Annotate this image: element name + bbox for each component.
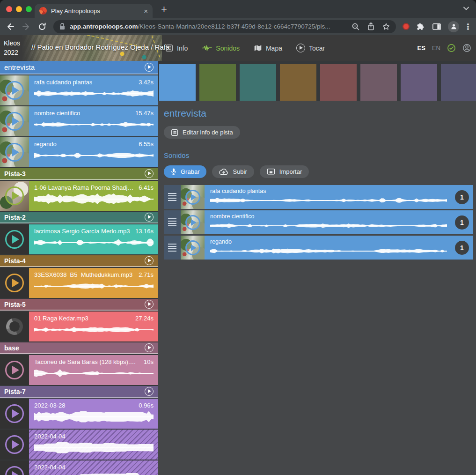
reload-button[interactable] <box>37 22 47 31</box>
track-square-5[interactable] <box>320 64 357 101</box>
track-header[interactable]: Pista-7 <box>0 386 158 398</box>
sound-item[interactable]: 2022-04-04 <box>0 460 158 475</box>
app-logo[interactable]: Kleos 2022 <box>4 38 20 58</box>
drag-handle[interactable] <box>164 185 181 209</box>
track-square-6[interactable] <box>360 64 397 101</box>
lang-en-button[interactable]: EN <box>432 45 440 52</box>
track-square-8[interactable] <box>441 64 476 101</box>
address-bar[interactable]: app.antropoloops.com/Kleos-Santa-Marina/… <box>53 20 396 33</box>
maximize-window-button[interactable] <box>26 6 32 12</box>
sound-item[interactable]: 1-06 Lavanya Rama Poorna Shadjam Rupak..… <box>0 181 158 211</box>
play-sound-icon[interactable] <box>5 274 24 292</box>
play-sound-icon[interactable] <box>185 240 200 255</box>
play-track-icon[interactable] <box>145 169 154 178</box>
play-sound-icon[interactable] <box>5 81 24 100</box>
track-header[interactable]: Pista-3 <box>0 168 158 180</box>
panel-sound-row[interactable]: regando 1 <box>164 236 473 260</box>
account-icon[interactable] <box>462 44 471 52</box>
forward-button[interactable] <box>22 22 31 31</box>
play-sound-icon[interactable] <box>5 112 24 131</box>
recording-extension-icon[interactable] <box>403 23 410 30</box>
play-track-icon[interactable] <box>145 300 154 309</box>
tab-close-icon[interactable]: × <box>144 7 148 15</box>
bookmark-star-icon[interactable] <box>382 22 390 31</box>
play-track-icon[interactable] <box>145 63 154 72</box>
sound-item[interactable]: Taconeo de Sara Baras (128 kbps).mp3 10s <box>0 355 158 385</box>
close-window-button[interactable] <box>6 6 12 12</box>
zoom-out-icon[interactable] <box>352 22 360 31</box>
sound-item[interactable]: rafa cuidando plantas 3.42s <box>0 75 158 105</box>
play-sound-icon[interactable] <box>185 215 200 230</box>
browser-menu-icon[interactable]: ••• <box>466 23 470 30</box>
track-header[interactable]: Pista-2 <box>0 212 158 223</box>
track-header[interactable]: Pista-4 <box>0 255 158 267</box>
play-sound-icon[interactable] <box>5 143 24 162</box>
sound-item[interactable]: 2022-03-28 0.96s <box>0 399 158 429</box>
browser-tab[interactable]: Play Antropoloops × <box>35 4 153 18</box>
play-track-icon[interactable] <box>145 343 154 352</box>
track-header[interactable]: entrevista <box>0 61 158 74</box>
edit-track-info-button[interactable]: Editar info de pista <box>164 126 240 139</box>
import-button[interactable]: Importar <box>260 165 309 178</box>
play-sound-icon[interactable] <box>185 190 200 205</box>
share-icon[interactable] <box>367 22 375 31</box>
sound-thumbnail[interactable] <box>181 210 205 234</box>
sound-thumbnail[interactable] <box>0 137 29 167</box>
play-sound-icon[interactable] <box>5 404 24 423</box>
sound-thumbnail[interactable] <box>0 355 29 385</box>
sound-item[interactable]: 2022-04-04 <box>0 430 158 460</box>
tab-mapa[interactable]: Mapa <box>254 45 282 52</box>
sound-thumbnail[interactable] <box>0 75 29 105</box>
sound-thumbnail[interactable] <box>0 460 29 475</box>
loop-count-badge[interactable]: 1 <box>455 215 469 230</box>
sound-item[interactable]: lacrimosa Sergio García Merlo.mp3 13.16s <box>0 224 158 254</box>
minimize-window-button[interactable] <box>16 6 22 12</box>
sound-thumbnail[interactable] <box>0 399 29 429</box>
lock-icon[interactable] <box>59 22 66 30</box>
drag-handle[interactable] <box>164 210 181 234</box>
play-sound-icon[interactable] <box>5 466 24 475</box>
sound-thumbnail[interactable] <box>0 312 29 341</box>
profile-avatar[interactable] <box>448 21 459 32</box>
side-panel-icon[interactable] <box>432 22 441 31</box>
sound-thumbnail[interactable] <box>0 268 29 298</box>
tab-tocar[interactable]: Tocar <box>296 44 325 52</box>
panel-sound-row[interactable]: nombre cientifico 1 <box>164 210 473 234</box>
play-sound-icon[interactable] <box>5 435 24 454</box>
sound-item[interactable]: nombre cientifico 15.47s <box>0 106 158 136</box>
track-square-1[interactable] <box>159 64 196 101</box>
upload-button[interactable]: Subir <box>212 165 254 178</box>
panel-sound-row[interactable]: rafa cuidando plantas 1 <box>164 185 473 209</box>
sound-thumbnail[interactable] <box>0 224 29 254</box>
sound-thumbnail[interactable] <box>0 430 29 460</box>
sync-check-icon[interactable] <box>447 44 456 52</box>
sound-thumbnail[interactable] <box>181 236 205 260</box>
loop-count-badge[interactable]: 1 <box>455 241 469 255</box>
sound-item[interactable]: regando 6.55s <box>0 137 158 167</box>
sound-thumbnail[interactable] <box>0 106 29 136</box>
sound-item[interactable]: 33ESX6038_B5_Muthedukkum.mp3 2.71s <box>0 268 158 298</box>
play-track-icon[interactable] <box>145 213 154 222</box>
play-track-icon[interactable] <box>145 256 154 265</box>
loop-count-badge[interactable]: 1 <box>455 190 469 204</box>
track-square-4[interactable] <box>280 64 316 101</box>
play-sound-icon[interactable] <box>5 186 24 205</box>
sound-item[interactable]: 01 Raga Kedar.mp3 27.24s <box>0 312 158 341</box>
record-button[interactable]: Grabar <box>164 165 206 178</box>
new-tab-button[interactable]: + <box>161 3 167 15</box>
sound-thumbnail[interactable] <box>0 181 29 211</box>
drag-handle[interactable] <box>164 236 181 260</box>
back-button[interactable] <box>6 22 15 31</box>
track-square-3[interactable] <box>240 64 276 101</box>
track-square-7[interactable] <box>401 64 437 101</box>
track-square-2[interactable] <box>199 64 236 101</box>
track-header[interactable]: base <box>0 342 158 354</box>
play-sound-icon[interactable] <box>5 230 24 249</box>
track-header[interactable]: Pista-5 <box>0 299 158 311</box>
lang-es-button[interactable]: ES <box>417 45 425 52</box>
play-track-icon[interactable] <box>145 387 154 396</box>
play-sound-icon[interactable] <box>5 361 24 379</box>
tab-search-chevron-icon[interactable] <box>463 6 469 11</box>
sound-thumbnail[interactable] <box>181 185 205 209</box>
tab-sonidos[interactable]: Sonidos <box>202 45 240 52</box>
